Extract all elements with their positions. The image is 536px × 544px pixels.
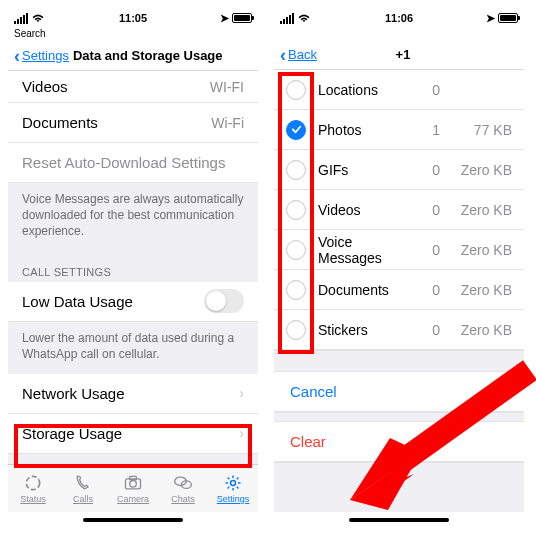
tab-status[interactable]: Status — [8, 465, 58, 512]
svg-point-0 — [26, 476, 39, 489]
checkbox[interactable] — [286, 240, 306, 260]
media-count: 0 — [420, 282, 440, 298]
chevron-left-icon: ‹ — [14, 47, 20, 65]
media-row-gifs[interactable]: GIFs0Zero KB — [274, 150, 524, 190]
media-row-videos[interactable]: Videos0Zero KB — [274, 190, 524, 230]
row-videos[interactable]: Videos Wi-Fi — [8, 71, 258, 103]
cancel-button[interactable]: Cancel — [274, 372, 524, 412]
chevron-right-icon: › — [239, 385, 244, 401]
cell-signal-icon — [280, 13, 294, 24]
battery-icon — [498, 13, 518, 23]
media-size: Zero KB — [452, 282, 512, 298]
location-icon: ➤ — [486, 12, 495, 25]
media-size: Zero KB — [452, 322, 512, 338]
camera-icon — [122, 473, 144, 493]
chat-icon — [172, 473, 194, 493]
tab-calls[interactable]: Calls — [58, 465, 108, 512]
low-data-note: Lower the amount of data used during a W… — [8, 322, 258, 374]
row-documents[interactable]: Documents Wi-Fi — [8, 103, 258, 143]
media-row-voice-messages[interactable]: Voice Messages0Zero KB — [274, 230, 524, 270]
media-label: Locations — [318, 82, 408, 98]
media-size: Zero KB — [452, 162, 512, 178]
svg-rect-3 — [130, 476, 137, 479]
wifi-icon — [297, 13, 311, 23]
row-reset-autodownload[interactable]: Reset Auto-Download Settings — [8, 143, 258, 183]
gear-icon — [222, 473, 244, 493]
status-time: 11:05 — [119, 12, 147, 24]
checkbox[interactable] — [286, 160, 306, 180]
checkbox[interactable] — [286, 280, 306, 300]
media-row-locations[interactable]: Locations0 — [274, 70, 524, 110]
wifi-icon — [31, 13, 45, 23]
media-label: Stickers — [318, 322, 408, 338]
status-bar: 11:06 ➤ — [274, 8, 524, 28]
tab-bar: Status Calls Camera Chats Settings — [8, 464, 258, 512]
media-label: Photos — [318, 122, 408, 138]
location-icon: ➤ — [220, 12, 229, 25]
home-indicator — [8, 512, 258, 528]
content-area: Locations0Photos177 KBGIFs0Zero KBVideos… — [274, 70, 524, 512]
screen-right: 11:06 ➤ ‹ Back +1 Locations0Photos177 KB… — [274, 8, 524, 528]
section-call-settings: CALL SETTINGS — [8, 252, 258, 282]
clear-button[interactable]: Clear — [274, 422, 524, 462]
media-row-documents[interactable]: Documents0Zero KB — [274, 270, 524, 310]
row-network-usage[interactable]: Network Usage › — [8, 374, 258, 414]
media-count: 0 — [420, 82, 440, 98]
media-count: 1 — [420, 122, 440, 138]
media-size: 77 KB — [452, 122, 512, 138]
media-label: Videos — [318, 202, 408, 218]
cell-signal-icon — [14, 13, 28, 24]
screen-left: 11:05 ➤ Search ‹ Settings Data and Stora… — [8, 8, 258, 528]
content-area: Videos Wi-Fi Documents Wi-Fi Reset Auto-… — [8, 71, 258, 464]
checkbox[interactable] — [286, 200, 306, 220]
chevron-left-icon: ‹ — [280, 46, 286, 64]
media-row-photos[interactable]: Photos177 KB — [274, 110, 524, 150]
tab-camera[interactable]: Camera — [108, 465, 158, 512]
home-indicator — [274, 512, 524, 528]
media-size: Zero KB — [452, 242, 512, 258]
media-label: Voice Messages — [318, 234, 408, 266]
checkbox[interactable] — [286, 320, 306, 340]
tab-settings[interactable]: Settings — [208, 465, 258, 512]
media-count: 0 — [420, 202, 440, 218]
media-row-stickers[interactable]: Stickers0Zero KB — [274, 310, 524, 350]
nav-bar: ‹ Back +1 — [274, 40, 524, 70]
page-title: +1 — [396, 47, 411, 62]
battery-icon — [232, 13, 252, 23]
tab-chats[interactable]: Chats — [158, 465, 208, 512]
row-storage-usage[interactable]: Storage Usage › — [8, 414, 258, 454]
svg-point-2 — [130, 481, 137, 488]
low-data-toggle[interactable] — [204, 289, 244, 313]
status-time: 11:06 — [385, 12, 413, 24]
status-icon — [22, 473, 44, 493]
media-label: Documents — [318, 282, 408, 298]
voice-note: Voice Messages are always automatically … — [8, 183, 258, 252]
phone-icon — [72, 473, 94, 493]
checkbox[interactable] — [286, 120, 306, 140]
status-bar: 11:05 ➤ — [8, 8, 258, 28]
back-button[interactable]: ‹ Settings — [14, 47, 69, 65]
chevron-right-icon: › — [239, 425, 244, 441]
checkbox[interactable] — [286, 80, 306, 100]
row-low-data-usage[interactable]: Low Data Usage — [8, 282, 258, 322]
media-count: 0 — [420, 322, 440, 338]
media-count: 0 — [420, 242, 440, 258]
media-list: Locations0Photos177 KBGIFs0Zero KBVideos… — [274, 70, 524, 350]
svg-point-6 — [231, 481, 236, 486]
media-label: GIFs — [318, 162, 408, 178]
page-title: Data and Storage Usage — [73, 48, 223, 63]
nav-bar: ‹ Settings Data and Storage Usage — [8, 41, 258, 71]
back-button[interactable]: ‹ Back — [280, 46, 317, 64]
search-hint: Search — [14, 28, 46, 39]
media-count: 0 — [420, 162, 440, 178]
media-size: Zero KB — [452, 202, 512, 218]
